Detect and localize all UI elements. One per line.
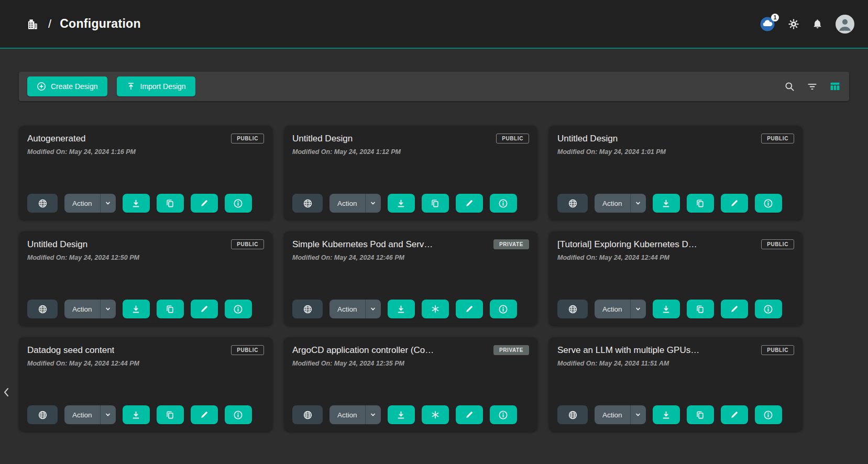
visibility-badge: PUBLIC [231,239,264,249]
action-button[interactable]: Action [64,405,100,424]
download-button[interactable] [653,300,680,318]
upload-icon [126,82,136,91]
action-button[interactable]: Action [595,194,630,213]
filter-button[interactable] [807,81,818,92]
visibility-globe-button[interactable] [27,194,58,213]
edit-button[interactable] [191,405,218,424]
action-dropdown-caret[interactable] [630,300,646,318]
edit-button[interactable] [456,405,483,424]
download-icon [396,410,406,420]
clone-button[interactable] [687,405,714,424]
action-dropdown-caret[interactable] [100,194,116,213]
globe-icon [303,198,313,208]
modified-timestamp: Modified On: May 24, 2024 1:12 PM [292,148,529,156]
visibility-globe-button[interactable] [557,405,588,424]
clone-button[interactable] [422,194,449,213]
info-button[interactable] [755,405,782,424]
action-dropdown-caret[interactable] [630,405,646,424]
download-button[interactable] [653,194,680,213]
design-title: Untitled Design [292,134,353,144]
pencil-icon [200,198,209,208]
clone-button[interactable] [687,194,714,213]
pencil-icon [200,410,209,419]
action-dropdown-caret[interactable] [100,300,116,318]
import-design-button[interactable]: Import Design [117,76,195,96]
download-button[interactable] [388,194,415,213]
design-spiral-button[interactable] [422,405,449,424]
design-title: Untitled Design [557,134,618,144]
info-button[interactable] [755,300,782,318]
download-button[interactable] [388,300,415,318]
action-dropdown-caret[interactable] [365,194,381,213]
clone-button[interactable] [157,405,184,424]
action-split-button: Action [64,194,116,213]
info-button[interactable] [490,300,517,318]
visibility-globe-button[interactable] [27,405,58,424]
visibility-globe-button[interactable] [27,300,58,318]
action-button[interactable]: Action [595,405,630,424]
action-button[interactable]: Action [329,405,365,424]
info-button[interactable] [490,194,517,213]
visibility-globe-button[interactable] [292,300,323,318]
action-button[interactable]: Action [329,194,365,213]
info-button[interactable] [755,194,782,213]
edit-button[interactable] [721,194,748,213]
action-dropdown-caret[interactable] [365,405,381,424]
cloud-provider-button[interactable]: 1 [760,16,775,32]
info-button[interactable] [225,405,252,424]
download-icon [661,198,671,208]
design-spiral-button[interactable] [422,300,449,318]
action-split-button: Action [64,405,116,424]
clone-button[interactable] [157,300,184,318]
design-card: Datadog seed content PUBLIC Modified On:… [19,337,272,432]
building-logo-icon [25,17,40,31]
modified-timestamp: Modified On: May 24, 2024 11:51 AM [557,360,794,367]
edit-button[interactable] [721,405,748,424]
action-button[interactable]: Action [64,194,100,213]
edit-button[interactable] [191,300,218,318]
visibility-globe-button[interactable] [292,194,323,213]
action-dropdown-caret[interactable] [100,405,116,424]
action-dropdown-caret[interactable] [630,194,646,213]
edit-button[interactable] [721,300,748,318]
visibility-globe-button[interactable] [292,405,323,424]
table-view-button[interactable] [829,81,841,92]
action-button[interactable]: Action [64,300,100,318]
notifications-button[interactable] [812,18,823,29]
create-design-button[interactable]: Create Design [27,76,107,96]
modified-timestamp: Modified On: May 24, 2024 1:01 PM [557,148,794,156]
download-button[interactable] [123,405,150,424]
download-button[interactable] [123,194,150,213]
download-button[interactable] [388,405,415,424]
clone-button[interactable] [687,300,714,318]
pencil-icon [200,304,209,314]
notification-count-badge: 1 [771,14,779,21]
download-button[interactable] [653,405,680,424]
visibility-globe-button[interactable] [557,194,588,213]
action-dropdown-caret[interactable] [365,300,381,318]
edit-button[interactable] [456,300,483,318]
visibility-badge: PUBLIC [231,345,264,355]
info-button[interactable] [490,405,517,424]
edit-button[interactable] [191,194,218,213]
design-card: Untitled Design PUBLIC Modified On: May … [19,231,272,326]
search-button[interactable] [784,81,795,92]
visibility-globe-button[interactable] [557,300,588,318]
table-columns-icon [829,81,841,92]
clone-button[interactable] [157,194,184,213]
drawer-collapse-chevron[interactable] [1,385,12,400]
info-button[interactable] [225,194,252,213]
chevron-down-icon [634,200,642,207]
globe-icon [303,304,313,314]
user-avatar[interactable] [836,15,854,34]
edit-button[interactable] [456,194,483,213]
action-button[interactable]: Action [595,300,630,318]
settings-button[interactable] [788,18,799,30]
info-button[interactable] [225,300,252,318]
action-split-button: Action [595,194,646,213]
download-button[interactable] [123,300,150,318]
chevron-down-icon [104,200,112,207]
modified-timestamp: Modified On: May 24, 2024 1:16 PM [27,148,264,156]
action-button[interactable]: Action [329,300,365,318]
design-spiral-icon [430,304,441,314]
